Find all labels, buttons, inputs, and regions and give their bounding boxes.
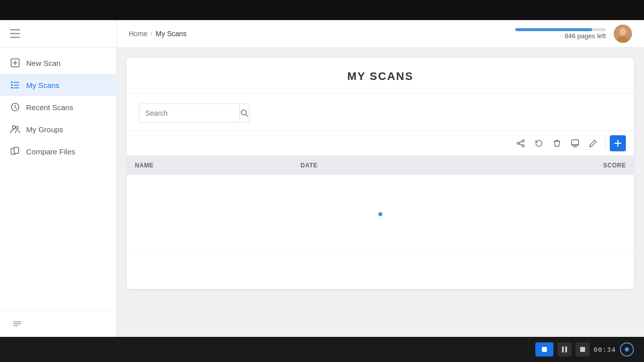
bottom-bar: 00:34: [0, 337, 644, 362]
sidebar-item-recent-scans[interactable]: Recent Scans: [0, 96, 116, 118]
svg-rect-1: [10, 33, 20, 35]
svg-point-20: [522, 145, 524, 147]
svg-rect-14: [14, 147, 19, 153]
sidebar-item-compare-files[interactable]: Compare Files: [0, 140, 116, 162]
header-right: 846 pages left: [515, 25, 632, 43]
svg-rect-5: [14, 82, 19, 83]
svg-rect-23: [565, 346, 567, 352]
svg-rect-22: [562, 346, 564, 352]
page-card: MY SCANS: [127, 58, 634, 289]
sidebar-item-my-groups[interactable]: My Groups: [0, 118, 116, 140]
svg-rect-2: [10, 37, 20, 38]
sidebar: New Scan My Scans: [0, 20, 117, 337]
sidebar-menu-icon[interactable]: [8, 27, 22, 41]
svg-point-12: [16, 127, 19, 129]
recording-timer: 00:34: [594, 346, 616, 353]
sidebar-header: [0, 20, 116, 48]
pages-left-text: 846 pages left: [565, 32, 606, 40]
search-section: [127, 94, 634, 131]
loading-indicator: [378, 212, 382, 216]
rec-circle-inner: [625, 347, 629, 351]
users-icon: [10, 124, 20, 134]
svg-point-11: [13, 126, 16, 129]
sidebar-item-new-scan[interactable]: New Scan: [0, 52, 116, 74]
scan-toolbar: [127, 131, 634, 156]
avatar[interactable]: [614, 25, 632, 43]
main-content: MY SCANS: [117, 48, 644, 337]
search-button[interactable]: [239, 104, 249, 122]
edit-button[interactable]: [585, 135, 601, 151]
empty-state: [127, 175, 634, 254]
list-icon: [10, 80, 20, 90]
svg-rect-6: [11, 84, 13, 86]
svg-rect-8: [11, 87, 13, 88]
sidebar-item-label: My Scans: [26, 81, 59, 89]
page-title: MY SCANS: [127, 70, 634, 83]
files-icon: [10, 146, 20, 156]
sidebar-bottom: [0, 310, 116, 337]
svg-rect-24: [580, 347, 585, 352]
svg-rect-9: [14, 87, 19, 88]
sidebar-item-label: New Scan: [26, 59, 60, 67]
breadcrumb-current: My Scans: [155, 30, 186, 38]
pause-button[interactable]: [557, 342, 572, 356]
svg-rect-4: [11, 81, 13, 83]
content-area: Home › My Scans 846 pages left: [117, 20, 644, 337]
share-button[interactable]: [513, 135, 529, 151]
sidebar-item-label: My Groups: [26, 125, 63, 134]
clock-icon: [10, 102, 20, 112]
col-name: NAME: [127, 156, 292, 175]
stop-button[interactable]: [576, 342, 590, 356]
pages-progress-bar: [515, 28, 606, 31]
table-row-empty: [127, 175, 634, 254]
rec-dot: [542, 347, 547, 352]
scans-table: NAME DATE SCORE: [127, 156, 634, 254]
search-input[interactable]: [139, 105, 239, 121]
page-title-bar: MY SCANS: [127, 58, 634, 94]
sidebar-item-label: Compare Files: [26, 147, 75, 156]
collapse-button[interactable]: [10, 317, 24, 331]
top-bar: [0, 0, 644, 20]
recording-controls: 00:34: [535, 342, 634, 356]
search-box: [139, 104, 250, 123]
table-header-row: NAME DATE SCORE: [127, 156, 634, 175]
breadcrumb-separator: ›: [150, 30, 152, 37]
pages-progress-fill: [515, 28, 592, 31]
sidebar-nav: New Scan My Scans: [0, 48, 116, 310]
col-score: SCORE: [450, 156, 634, 175]
breadcrumb-home[interactable]: Home: [129, 30, 147, 38]
rec-circle-button[interactable]: [620, 342, 634, 356]
sidebar-item-my-scans[interactable]: My Scans: [0, 74, 116, 96]
table-header: NAME DATE SCORE: [127, 156, 634, 175]
table-body: [127, 175, 634, 254]
content-header: Home › My Scans 846 pages left: [117, 20, 644, 48]
svg-rect-7: [14, 85, 19, 86]
svg-point-19: [517, 142, 519, 144]
pages-left-container: 846 pages left: [515, 28, 606, 40]
svg-rect-0: [10, 29, 20, 31]
export-button[interactable]: [567, 135, 583, 151]
svg-rect-21: [572, 140, 579, 145]
plus-square-icon: [10, 58, 20, 68]
toolbar-divider: [605, 138, 606, 148]
svg-point-18: [522, 140, 524, 142]
avatar-image: [614, 25, 632, 43]
add-button[interactable]: [610, 135, 626, 151]
recording-indicator: [535, 342, 553, 356]
svg-point-16: [619, 28, 626, 36]
refresh-button[interactable]: [531, 135, 547, 151]
sidebar-item-label: Recent Scans: [26, 103, 73, 112]
breadcrumb: Home › My Scans: [129, 30, 187, 38]
col-date: DATE: [292, 156, 449, 175]
delete-button[interactable]: [549, 135, 565, 151]
